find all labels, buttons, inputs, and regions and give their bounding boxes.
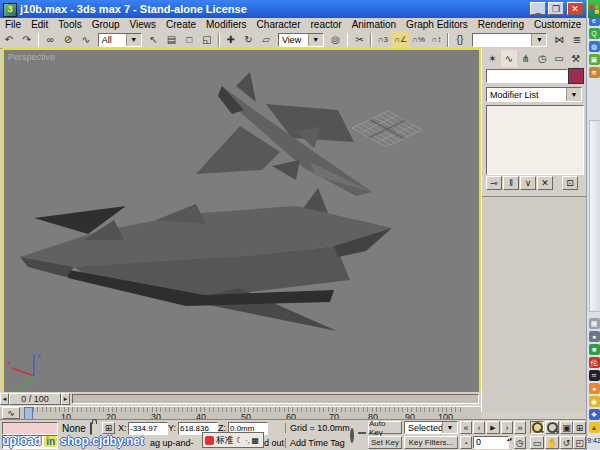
chevron-down-icon[interactable]: ▼: [566, 88, 581, 101]
tray-icon[interactable]: ◉: [589, 396, 600, 407]
undo-button[interactable]: ↶: [0, 31, 18, 48]
ime-toolbar[interactable]: 标准 ☾ ·, ▦: [202, 432, 264, 448]
key-filters-button[interactable]: Key Filters...: [404, 436, 458, 449]
window-crossing-button[interactable]: ◱: [198, 31, 216, 48]
object-color-swatch[interactable]: [568, 68, 584, 84]
go-to-start-button[interactable]: «: [460, 421, 472, 434]
selection-region-button[interactable]: □: [180, 31, 198, 48]
quicklaunch-icon[interactable]: ◍: [589, 41, 600, 52]
reference-coordinate-combo[interactable]: View▼: [278, 33, 324, 47]
chevron-down-icon[interactable]: ▼: [126, 34, 141, 46]
close-button[interactable]: ✕: [567, 2, 583, 15]
quicklaunch-icon[interactable]: ▣: [589, 54, 600, 65]
tray-icon[interactable]: ●: [589, 383, 600, 394]
edit-named-selections-button[interactable]: {}: [451, 31, 469, 48]
pan-button[interactable]: ✋: [545, 436, 559, 449]
select-rotate-button[interactable]: ↻: [239, 31, 257, 48]
tab-display[interactable]: ▭: [551, 50, 568, 67]
menu-character[interactable]: Character: [252, 18, 306, 31]
menu-views[interactable]: Views: [125, 18, 162, 31]
set-key-button[interactable]: Set Key: [368, 436, 402, 449]
menu-edit[interactable]: Edit: [26, 18, 53, 31]
zoom-button[interactable]: [530, 421, 544, 434]
field-of-view-button[interactable]: ▭: [530, 436, 544, 449]
modifier-list-combo[interactable]: Modifier List▼: [486, 87, 582, 102]
remove-modifier-button[interactable]: ✕: [537, 176, 553, 190]
zoom-extents-all-button[interactable]: ⊞: [573, 421, 586, 434]
tab-hierarchy[interactable]: ⋔: [517, 50, 534, 67]
zoom-all-button[interactable]: [545, 421, 559, 434]
ime-mode-label[interactable]: 标准: [216, 434, 234, 447]
menu-file[interactable]: File: [0, 18, 26, 31]
arc-rotate-button[interactable]: ↺: [560, 436, 573, 449]
link-button[interactable]: ∞: [41, 31, 59, 48]
play-button[interactable]: ▶: [486, 421, 500, 434]
restore-button[interactable]: ❐: [548, 2, 564, 15]
minimize-button[interactable]: _: [530, 2, 546, 15]
ime-fullhalf-icon[interactable]: ☾: [236, 436, 243, 445]
jet-model-lower[interactable]: [20, 188, 392, 331]
tray-icon[interactable]: ㅍ: [589, 370, 600, 381]
time-slider-handle[interactable]: 0 / 100: [9, 393, 61, 405]
zoom-extents-button[interactable]: ▣: [560, 421, 573, 434]
menu-reactor[interactable]: reactor: [306, 18, 347, 31]
menu-rendering[interactable]: Rendering: [473, 18, 529, 31]
tray-icon[interactable]: ■: [589, 344, 600, 355]
current-frame-field[interactable]: 0: [473, 436, 509, 449]
tab-create[interactable]: ✶: [484, 50, 501, 67]
menu-customize[interactable]: Customize: [529, 18, 586, 31]
tab-modify[interactable]: ∿: [501, 50, 518, 67]
configure-modifier-sets-button[interactable]: ⊡: [562, 176, 578, 190]
chevron-down-icon[interactable]: ▼: [531, 34, 546, 46]
quicklaunch-icon[interactable]: ≋: [589, 67, 600, 78]
frame-spinner[interactable]: ▴▾: [506, 436, 513, 449]
redo-button[interactable]: ↷: [18, 31, 36, 48]
chevron-down-icon[interactable]: ▼: [442, 422, 457, 433]
bind-spacewarp-button[interactable]: ∿: [77, 31, 95, 48]
auto-key-button[interactable]: Auto Key: [368, 421, 402, 434]
select-scale-button[interactable]: ▱: [257, 31, 275, 48]
key-mode-toggle-button[interactable]: ▪: [460, 436, 472, 449]
menu-modifiers[interactable]: Modifiers: [201, 18, 252, 31]
tray-warning-icon[interactable]: ▲: [589, 422, 600, 433]
viewport-label[interactable]: Perspective: [8, 52, 55, 62]
grid-helper[interactable]: [352, 111, 422, 147]
align-button[interactable]: ≣: [568, 31, 586, 48]
previous-frame-button[interactable]: ‹: [473, 421, 485, 434]
min-max-toggle-button[interactable]: ◰: [573, 436, 586, 449]
perspective-viewport[interactable]: x y z Perspective: [2, 48, 481, 394]
taskbar-empty-area[interactable]: [589, 120, 600, 312]
menu-group[interactable]: Group: [87, 18, 125, 31]
tray-icon[interactable]: ●: [589, 331, 600, 342]
select-object-button[interactable]: ↖: [145, 31, 163, 48]
object-name-field[interactable]: [486, 69, 568, 83]
slider-left-arrow[interactable]: ◂: [0, 393, 9, 405]
next-frame-button[interactable]: ›: [501, 421, 513, 434]
selection-filter-combo[interactable]: All▼: [98, 33, 142, 47]
tab-utilities[interactable]: ⚒: [567, 50, 584, 67]
spinner-down-icon[interactable]: ▾: [510, 436, 513, 442]
time-configuration-button[interactable]: ◷: [514, 436, 526, 449]
mirror-button[interactable]: ⋈: [550, 31, 568, 48]
tab-motion[interactable]: ◷: [534, 50, 551, 67]
menu-graph-editors[interactable]: Graph Editors: [401, 18, 473, 31]
select-by-name-button[interactable]: ▤: [163, 31, 181, 48]
angle-snap-button[interactable]: ∩∠: [392, 31, 410, 48]
tray-icon[interactable]: ▦: [589, 318, 600, 329]
select-manipulate-button[interactable]: ✂: [350, 31, 368, 48]
show-end-result-button[interactable]: ‖: [503, 176, 519, 190]
use-center-button[interactable]: ◎: [327, 31, 345, 48]
make-unique-button[interactable]: ∨: [520, 176, 536, 190]
quicklaunch-icon[interactable]: Q: [589, 28, 600, 39]
menu-animation[interactable]: Animation: [347, 18, 401, 31]
menu-create[interactable]: Create: [161, 18, 201, 31]
unlink-button[interactable]: ⊘: [59, 31, 77, 48]
jet-model-upper[interactable]: [196, 72, 372, 196]
time-slider-groove[interactable]: [72, 394, 479, 404]
set-key-icon[interactable]: [350, 428, 354, 443]
go-to-end-button[interactable]: »: [514, 421, 526, 434]
ime-softkeyboard-icon[interactable]: ▦: [251, 436, 259, 445]
key-mode-combo[interactable]: Selected▼: [404, 421, 458, 434]
mini-curve-editor-button[interactable]: ∿: [2, 407, 20, 419]
select-move-button[interactable]: ✚: [222, 31, 240, 48]
